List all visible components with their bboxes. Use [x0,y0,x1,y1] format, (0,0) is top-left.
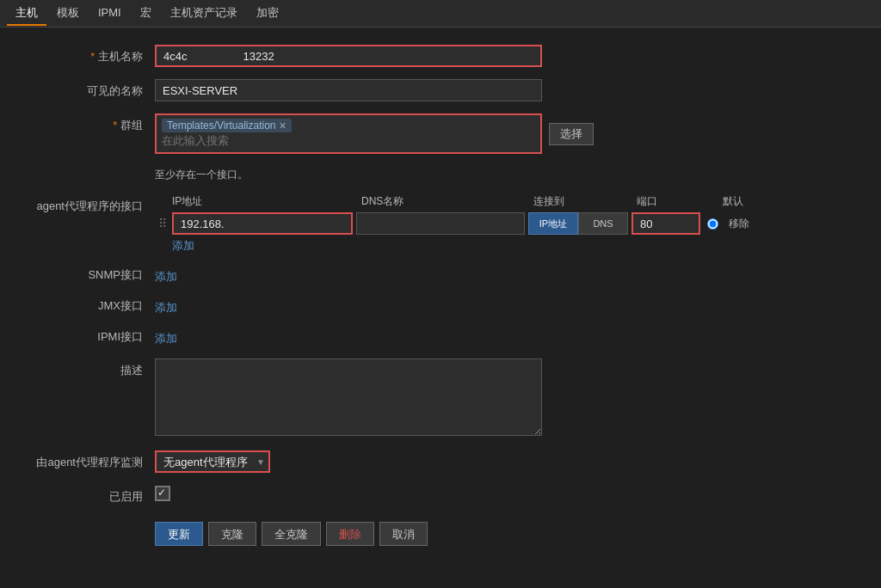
jmx-label: JMX接口 [17,298,155,314]
enabled-label: 已启用 [17,485,155,505]
ipmi-interfaces-row: IPMI接口 添加 [17,328,864,346]
group-select-button[interactable]: 选择 [549,123,594,145]
full-clone-button[interactable]: 全克隆 [262,522,321,546]
col-port-label: 端口 [637,194,723,209]
connect-dns-button[interactable]: DNS [578,212,628,235]
monitored-by-select[interactable]: 无agent代理程序 agent代理程序 IPMI 简单检查 内部 [155,450,270,473]
top-nav: 主机 模板 IPMI 宏 主机资产记录 加密 [0,0,881,28]
interface-dns-input[interactable] [356,212,525,235]
monitored-label: 由agent代理程序监测 [17,450,155,470]
snmp-label: SNMP接口 [17,267,155,283]
ipmi-add-link[interactable]: 添加 [155,331,177,346]
col-dns-label: DNS名称 [361,194,533,209]
snmp-add-control: 添加 [155,266,177,285]
description-control [155,358,864,438]
group-tags-container[interactable]: Templates/Virtualization × [155,113,542,154]
enabled-control [155,486,864,504]
visible-name-label: 可见的名称 [17,79,155,99]
interface-hint-text: 至少存在一个接口。 [155,166,864,182]
interface-hint-row: 至少存在一个接口。 [17,166,864,182]
agent-interfaces-label: agent代理程序的接口 [17,194,155,214]
nav-asset[interactable]: 主机资产记录 [162,2,246,26]
group-tag-label: Templates/Virtualization [167,119,276,132]
interface-default-radio[interactable] [707,218,718,230]
interface-port-input[interactable] [631,212,700,235]
group-field: Templates/Virtualization × 选择 [155,113,864,154]
host-name-row: 主机名称 [17,45,864,67]
interface-ip-input[interactable] [172,212,353,235]
jmx-add-control: 添加 [155,297,177,315]
group-search-input[interactable] [162,132,535,149]
clone-button[interactable]: 克隆 [208,522,256,546]
group-row: 群组 Templates/Virtualization × 选择 [17,113,864,154]
interface-row-1: ⠿ IP地址 DNS 移除 [155,212,864,235]
description-label: 描述 [17,358,155,378]
col-ip-label: IP地址 [172,194,361,209]
nav-ipmi[interactable]: IPMI [89,3,130,24]
agent-interfaces-control: IP地址 DNS名称 连接到 端口 默认 ⠿ IP地址 DNS 移除 添加 [155,194,864,254]
update-button[interactable]: 更新 [155,522,203,546]
agent-interfaces-row: agent代理程序的接口 IP地址 DNS名称 连接到 端口 默认 ⠿ IP地址… [17,194,864,254]
form-content: 主机名称 可见的名称 群组 Templates/Virtualization × [0,28,881,563]
nav-macro[interactable]: 宏 [132,2,160,26]
connect-btn-group: IP地址 DNS [528,212,628,235]
ipmi-add-control: 添加 [155,328,177,346]
description-row: 描述 [17,358,864,438]
at-least-one-interface-text: 至少存在一个接口。 [155,168,864,182]
col-connect-label: 连接到 [533,194,637,209]
cancel-button[interactable]: 取消 [379,522,428,546]
drag-handle-icon[interactable]: ⠿ [158,217,172,230]
interface-hint-spacer [17,166,155,170]
snmp-add-link[interactable]: 添加 [155,269,177,285]
nav-templates[interactable]: 模板 [48,2,88,26]
group-tag-remove-btn[interactable]: × [280,119,286,132]
ipmi-label: IPMI接口 [17,329,155,345]
monitored-control: 无agent代理程序 agent代理程序 IPMI 简单检查 内部 ▼ [155,450,864,473]
enabled-checkbox[interactable] [155,486,170,501]
group-control: Templates/Virtualization × 选择 [155,113,864,154]
host-name-label: 主机名称 [17,45,155,64]
enabled-row: 已启用 [17,485,864,505]
host-name-control [155,45,864,67]
snmp-interfaces-row: SNMP接口 添加 [17,266,864,285]
group-tag-templates: Templates/Virtualization × [162,119,292,132]
agent-select-wrapper: 无agent代理程序 agent代理程序 IPMI 简单检查 内部 ▼ [155,450,270,473]
interface-table-header: IP地址 DNS名称 连接到 端口 默认 [155,194,864,209]
jmx-add-link[interactable]: 添加 [155,300,177,315]
interface-remove-button[interactable]: 移除 [724,215,755,233]
group-label: 群组 [17,113,155,133]
group-tags-row: Templates/Virtualization × [162,119,535,132]
visible-name-input[interactable] [155,79,542,101]
interface-add-link[interactable]: 添加 [172,238,194,254]
nav-encrypt[interactable]: 加密 [248,2,287,26]
nav-hosts[interactable]: 主机 [7,2,46,26]
action-buttons: 更新 克隆 全克隆 删除 取消 [17,522,864,546]
connect-ip-button[interactable]: IP地址 [528,212,578,235]
visible-name-row: 可见的名称 [17,79,864,101]
delete-button[interactable]: 删除 [326,522,374,546]
host-name-input[interactable] [155,45,542,67]
col-default-label: 默认 [723,194,792,209]
description-textarea[interactable] [155,358,542,436]
visible-name-control [155,79,864,101]
jmx-interfaces-row: JMX接口 添加 [17,297,864,315]
monitored-row: 由agent代理程序监测 无agent代理程序 agent代理程序 IPMI 简… [17,450,864,473]
